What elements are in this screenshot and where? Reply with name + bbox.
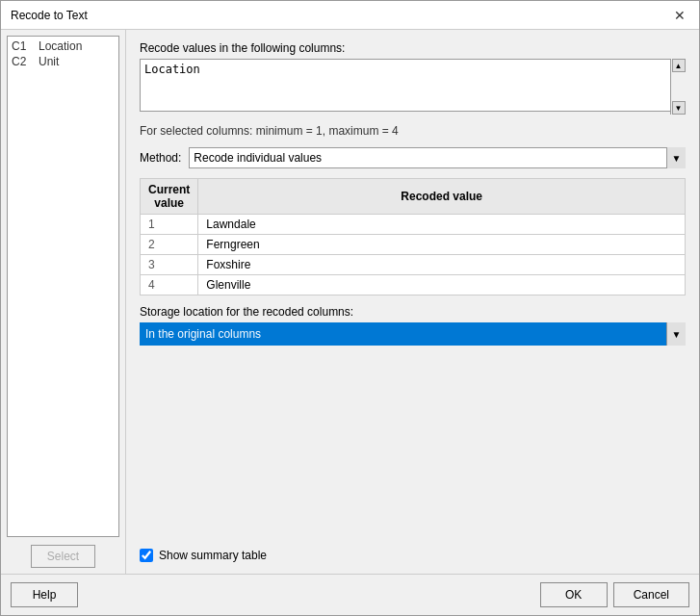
recoded-value[interactable]: Foxshire	[198, 255, 686, 275]
info-text: For selected columns: minimum = 1, maxim…	[140, 124, 686, 138]
select-button-area: Select	[7, 545, 119, 568]
table-row: 2Ferngreen	[141, 235, 686, 255]
current-value[interactable]: 2	[141, 235, 198, 255]
recode-columns-wrapper: ▲ ▼	[140, 59, 686, 115]
storage-select[interactable]: In the original columnsAfter last column	[140, 322, 686, 346]
table-row: 1Lawndale	[141, 215, 686, 235]
scroll-down-arrow[interactable]: ▼	[672, 101, 686, 115]
recode-table-section: Current value Recoded value 1Lawndale2Fe…	[140, 178, 686, 295]
recode-columns-section: Recode values in the following columns: …	[140, 41, 686, 115]
col-header-current: Current value	[141, 179, 198, 215]
current-value[interactable]: 4	[141, 275, 198, 295]
select-button[interactable]: Select	[31, 545, 95, 568]
method-label: Method:	[140, 151, 181, 165]
column-list: C1LocationC2Unit	[7, 36, 119, 537]
ok-button[interactable]: OK	[540, 582, 608, 607]
close-button[interactable]: ✕	[670, 8, 689, 23]
current-value[interactable]: 1	[141, 215, 198, 235]
dialog-recode-to-text: Recode to Text ✕ C1LocationC2Unit Select…	[0, 0, 700, 616]
column-name: Location	[39, 39, 82, 53]
footer: Help OK Cancel	[1, 574, 699, 615]
spacer	[140, 355, 686, 539]
column-num: C1	[12, 39, 31, 53]
method-select[interactable]: Recode individual values	[189, 147, 686, 168]
method-select-wrapper: Recode individual values ▼	[189, 147, 686, 168]
current-value[interactable]: 3	[141, 255, 198, 275]
footer-left: Help	[11, 582, 78, 607]
recode-table: Current value Recoded value 1Lawndale2Fe…	[140, 178, 686, 295]
storage-label: Storage location for the recoded columns…	[140, 305, 686, 319]
scroll-up-arrow[interactable]: ▲	[672, 59, 686, 72]
help-button[interactable]: Help	[11, 582, 78, 607]
col-header-recoded: Recoded value	[198, 179, 686, 215]
right-panel: Recode values in the following columns: …	[126, 30, 699, 574]
show-summary-checkbox[interactable]	[140, 549, 153, 562]
checkbox-row: Show summary table	[140, 549, 686, 562]
textarea-scrollbar: ▲ ▼	[670, 59, 686, 115]
column-item[interactable]: C1Location	[10, 38, 117, 54]
left-panel: C1LocationC2Unit Select	[1, 30, 126, 574]
storage-section: Storage location for the recoded columns…	[140, 305, 686, 346]
recoded-value[interactable]: Glenville	[198, 275, 686, 295]
recode-columns-label: Recode values in the following columns:	[140, 41, 686, 55]
table-row: 4Glenville	[141, 275, 686, 295]
show-summary-label[interactable]: Show summary table	[159, 549, 267, 562]
dialog-title: Recode to Text	[11, 9, 88, 22]
dialog-body: C1LocationC2Unit Select Recode values in…	[1, 30, 699, 574]
recoded-value[interactable]: Lawndale	[198, 215, 686, 235]
recoded-value[interactable]: Ferngreen	[198, 235, 686, 255]
storage-select-wrapper: In the original columnsAfter last column…	[140, 322, 686, 346]
recode-columns-input[interactable]	[140, 59, 686, 112]
title-bar: Recode to Text ✕	[1, 1, 699, 30]
cancel-button[interactable]: Cancel	[613, 582, 689, 607]
footer-right: OK Cancel	[540, 582, 689, 607]
table-row: 3Foxshire	[141, 255, 686, 275]
column-num: C2	[12, 55, 31, 68]
column-name: Unit	[39, 55, 59, 68]
column-item[interactable]: C2Unit	[10, 54, 117, 69]
method-row: Method: Recode individual values ▼	[140, 147, 686, 168]
